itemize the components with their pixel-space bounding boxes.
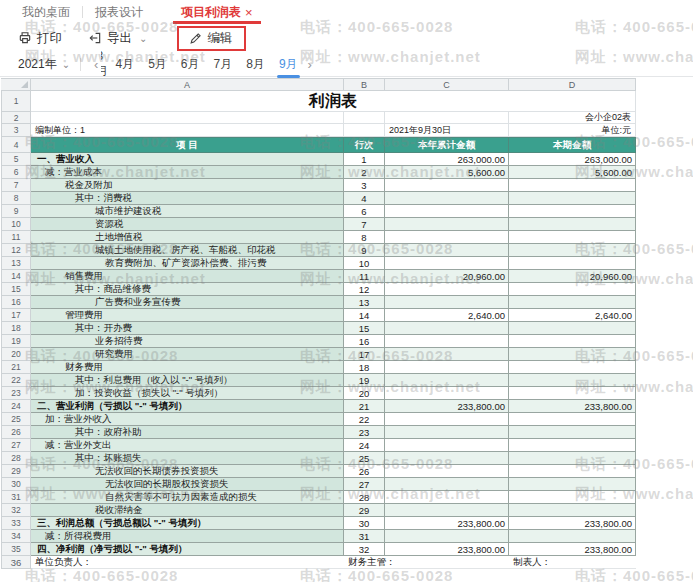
cell-item[interactable]: 无法收回的长期债券投资损失 bbox=[31, 465, 344, 478]
cell-ytd-amount[interactable] bbox=[385, 478, 509, 491]
cell-line-no[interactable]: 12 bbox=[344, 283, 385, 296]
close-icon[interactable]: × bbox=[245, 5, 253, 20]
cell-item[interactable]: 城市维护建设税 bbox=[31, 205, 344, 218]
row-number[interactable]: 8 bbox=[1, 192, 31, 205]
cell-ytd-amount[interactable] bbox=[385, 504, 509, 517]
row-number[interactable]: 4 bbox=[1, 137, 31, 153]
cell-ytd-amount[interactable] bbox=[385, 361, 509, 374]
cell-ytd-amount[interactable] bbox=[385, 387, 509, 400]
tab-my-desktop[interactable]: 我的桌面 bbox=[10, 0, 82, 24]
cell-current-amount[interactable] bbox=[509, 530, 636, 543]
clipped-month-tab[interactable]: 3月 bbox=[101, 49, 108, 80]
row-number[interactable]: 14 bbox=[1, 270, 31, 283]
cell-current-amount[interactable] bbox=[509, 478, 636, 491]
cell-empty[interactable] bbox=[31, 112, 344, 124]
cell-current-amount[interactable] bbox=[509, 387, 636, 400]
cell-item[interactable]: 其中：商品维修费 bbox=[31, 283, 344, 296]
cell-current-amount[interactable] bbox=[509, 205, 636, 218]
header-item[interactable]: 项 目 bbox=[31, 137, 344, 153]
cell-current-amount[interactable]: 233,800.00 bbox=[509, 543, 636, 556]
cell-line-no[interactable]: 6 bbox=[344, 205, 385, 218]
row-number[interactable]: 26 bbox=[1, 426, 31, 439]
cell-ytd-amount[interactable]: 2,640.00 bbox=[385, 309, 509, 322]
cell-item[interactable]: 加：投资收益（损失以 "-" 号填列） bbox=[31, 387, 344, 400]
cell-line-no[interactable]: 13 bbox=[344, 296, 385, 309]
cell-item[interactable]: 减：所得税费用 bbox=[31, 530, 344, 543]
cell-item[interactable]: 管理费用 bbox=[31, 309, 344, 322]
row-number[interactable]: 34 bbox=[1, 530, 31, 543]
row-number[interactable]: 10 bbox=[1, 218, 31, 231]
cell-ytd-amount[interactable] bbox=[385, 283, 509, 296]
column-header-c[interactable]: C bbox=[385, 78, 509, 91]
cell-empty[interactable] bbox=[344, 112, 385, 124]
cell-item[interactable]: 其中：消费税 bbox=[31, 192, 344, 205]
cell-ytd-amount[interactable] bbox=[385, 257, 509, 270]
cell-line-no[interactable]: 27 bbox=[344, 478, 385, 491]
unit-head-label[interactable]: 单位负责人： bbox=[31, 556, 344, 569]
cell-line-no[interactable]: 20 bbox=[344, 387, 385, 400]
cell-item[interactable]: 其中：坏账损失 bbox=[31, 452, 344, 465]
cell-ytd-amount[interactable] bbox=[385, 179, 509, 192]
cell-current-amount[interactable] bbox=[509, 322, 636, 335]
row-number[interactable]: 12 bbox=[1, 244, 31, 257]
cell-item[interactable]: 加：营业外收入 bbox=[31, 413, 344, 426]
next-months-arrow[interactable]: › bbox=[305, 57, 315, 72]
month-tab-5[interactable]: 5月 bbox=[141, 52, 174, 77]
print-button[interactable]: 打印 bbox=[18, 30, 62, 47]
cell-current-amount[interactable] bbox=[509, 231, 636, 244]
prepared-by-cell[interactable]: 编制单位：1 bbox=[31, 124, 344, 137]
cell-line-no[interactable]: 18 bbox=[344, 361, 385, 374]
cell-ytd-amount[interactable]: 233,800.00 bbox=[385, 400, 509, 413]
row-number[interactable]: 20 bbox=[1, 348, 31, 361]
cell-current-amount[interactable] bbox=[509, 374, 636, 387]
cell-current-amount[interactable] bbox=[509, 192, 636, 205]
row-number[interactable]: 22 bbox=[1, 374, 31, 387]
cell-current-amount[interactable] bbox=[509, 491, 636, 504]
cell-ytd-amount[interactable]: 233,800.00 bbox=[385, 543, 509, 556]
cell-item[interactable]: 城镇土地使用税、房产税、车船税、印花税 bbox=[31, 244, 344, 257]
cell-current-amount[interactable] bbox=[509, 244, 636, 257]
cell-item[interactable]: 无法收回的长期股权投资损失 bbox=[31, 478, 344, 491]
row-number[interactable]: 16 bbox=[1, 296, 31, 309]
cell-ytd-amount[interactable] bbox=[385, 426, 509, 439]
row-number[interactable]: 24 bbox=[1, 400, 31, 413]
cell-item[interactable]: 减：营业成本 bbox=[31, 166, 344, 179]
cell-line-no[interactable]: 11 bbox=[344, 270, 385, 283]
cell-current-amount[interactable] bbox=[509, 283, 636, 296]
cell-ytd-amount[interactable] bbox=[385, 413, 509, 426]
cell-item[interactable]: 业务招待费 bbox=[31, 335, 344, 348]
edit-button[interactable]: 编辑 bbox=[189, 30, 232, 47]
cell-ytd-amount[interactable] bbox=[385, 244, 509, 257]
row-number[interactable]: 25 bbox=[1, 413, 31, 426]
cell-ytd-amount[interactable] bbox=[385, 335, 509, 348]
row-number[interactable]: 6 bbox=[1, 166, 31, 179]
cell-ytd-amount[interactable] bbox=[385, 205, 509, 218]
row-number[interactable]: 2 bbox=[1, 112, 31, 124]
row-number[interactable]: 5 bbox=[1, 153, 31, 166]
cell-item[interactable]: 三、利润总额（亏损总额以 "-" 号填列） bbox=[31, 517, 344, 530]
cell-current-amount[interactable] bbox=[509, 413, 636, 426]
cell-line-no[interactable]: 32 bbox=[344, 543, 385, 556]
cell-ytd-amount[interactable] bbox=[385, 491, 509, 504]
row-number[interactable]: 31 bbox=[1, 491, 31, 504]
cell-current-amount[interactable] bbox=[509, 361, 636, 374]
cell-item[interactable]: 销售费用 bbox=[31, 270, 344, 283]
prev-months-arrow[interactable]: ‹ bbox=[91, 57, 101, 72]
doc-code-cell[interactable]: 会小企02表 bbox=[509, 112, 636, 124]
cell-line-no[interactable]: 25 bbox=[344, 452, 385, 465]
header-current-amount[interactable]: 本期金额 bbox=[509, 137, 636, 153]
cell-current-amount[interactable] bbox=[509, 296, 636, 309]
month-tab-6[interactable]: 6月 bbox=[174, 52, 207, 77]
row-number[interactable]: 30 bbox=[1, 478, 31, 491]
cell-line-no[interactable]: 4 bbox=[344, 192, 385, 205]
cell-current-amount[interactable] bbox=[509, 452, 636, 465]
cell-item[interactable]: 税金及附加 bbox=[31, 179, 344, 192]
unit-cell[interactable]: 单位:元 bbox=[509, 124, 636, 137]
cell-current-amount[interactable] bbox=[509, 426, 636, 439]
month-tab-8[interactable]: 8月 bbox=[239, 52, 272, 77]
row-number[interactable]: 36 bbox=[1, 556, 31, 569]
cell-ytd-amount[interactable] bbox=[385, 452, 509, 465]
cell-current-amount[interactable] bbox=[509, 504, 636, 517]
cell-ytd-amount[interactable] bbox=[385, 231, 509, 244]
cell-line-no[interactable]: 3 bbox=[344, 179, 385, 192]
